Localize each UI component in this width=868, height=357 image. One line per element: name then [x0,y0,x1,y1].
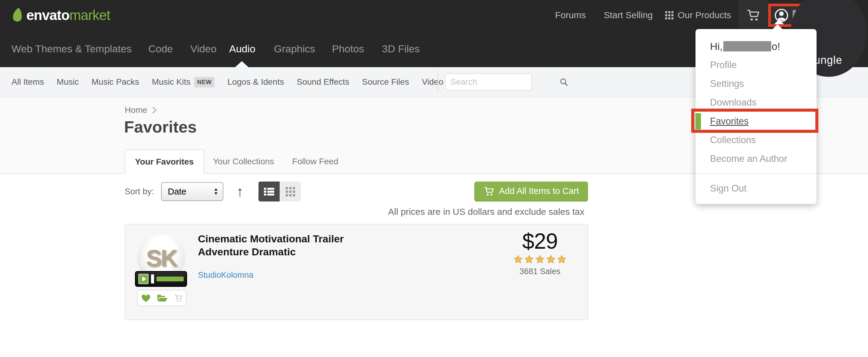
menu-item-sign-out[interactable]: Sign Out [695,179,816,198]
subnav-source-files[interactable]: Source Files [362,77,409,87]
star-rating [498,255,582,264]
greeting: Hi, o! [695,37,816,56]
subnav-music-kits[interactable]: Music Kits NEW [152,77,215,88]
search-input[interactable] [451,77,560,87]
star-icon [535,255,545,264]
sort-by-label: Sort by: [125,187,154,196]
tab-your-favorites[interactable]: Your Favorites [125,150,204,174]
apps-grid-icon [665,11,673,19]
topnav-start-selling[interactable]: Start Selling [604,0,653,30]
add-to-cart-button[interactable] [174,293,183,302]
menu-item-become-an-author[interactable]: Become an Author [695,150,816,168]
add-to-collection-button[interactable] [157,294,168,302]
greeting-prefix: Hi, [710,40,723,52]
tab-follow-feed[interactable]: Follow Feed [283,150,347,174]
cart-icon [746,8,760,22]
search-box [445,73,532,91]
page-title: Favorites [124,118,197,136]
up-down-arrows-icon [214,188,218,195]
nav-code[interactable]: Code [148,30,173,67]
dropdown-panel-caret [772,24,783,29]
logo-envato-text: envato [26,7,69,23]
active-category-caret [235,61,248,67]
list-view-icon [264,188,274,196]
nav-video[interactable]: Video [190,30,216,67]
grid-view-icon [286,187,295,196]
subnav-logos-idents[interactable]: Logos & Idents [227,77,284,87]
subnav-music-kits-label: Music Kits [152,77,191,87]
breadcrumb-home[interactable]: Home [125,105,147,115]
item-author-link[interactable]: StudioKolomna [198,270,253,280]
logo-market-text: market [69,7,110,23]
sort-select-value: Date [168,187,214,197]
grid-view-button[interactable] [280,182,301,201]
item-thumbnail-monogram: SK [146,245,177,272]
add-all-items-label: Add All Items to Cart [499,186,579,196]
item-price: $29 [498,229,582,254]
play-icon [142,277,146,281]
item-sales-count: 3681 Sales [498,267,582,276]
subnav-music-packs[interactable]: Music Packs [91,77,139,87]
star-icon [546,255,555,264]
topnav-our-products[interactable]: Our Products [665,0,731,30]
envato-market-logo[interactable]: envatomarket [11,0,110,30]
dropdown-caret [774,19,784,24]
favorite-heart-button[interactable] [141,294,151,302]
audiojungle-badge-text: ungle [814,54,842,67]
star-icon [514,255,523,264]
item-title-link[interactable]: Cinematic Motivational Trailer Adventure… [198,232,349,258]
tab-your-collections[interactable]: Your Collections [204,150,283,174]
breadcrumb-chevron-icon [152,106,157,114]
subnav-divider [438,71,438,93]
cart-button[interactable] [739,0,768,30]
greeting-suffix: o! [772,40,780,52]
price-column: $29 3681 Sales [498,229,582,276]
cart-icon [483,186,494,197]
item-thumbnail[interactable]: SK [137,234,185,286]
menu-item-profile[interactable]: Profile [695,56,816,74]
add-all-items-to-cart-button[interactable]: Add All Items to Cart [474,182,588,201]
progress-bar[interactable] [156,277,184,281]
scrubber-handle[interactable] [151,274,154,284]
view-toggle [258,182,301,201]
star-icon [557,255,566,264]
nav-3d-files[interactable]: 3D Files [382,30,420,67]
item-action-bar [137,290,186,306]
audio-player-bar [135,271,187,287]
list-view-button[interactable] [258,182,280,201]
favorite-item-card: SK Cinematic Motivational Trailer Advent… [125,224,588,320]
menu-item-collections[interactable]: Collections [695,131,816,150]
subnav-music[interactable]: Music [57,77,79,87]
sort-select[interactable]: Date [161,182,223,201]
tabs: Your Favorites Your Collections Follow F… [125,150,347,174]
envato-leaf-icon [11,7,23,23]
menu-divider [695,173,816,174]
breadcrumb: Home [125,105,157,115]
greeting-name-redaction [723,41,771,52]
top-bar: envatomarket Forums Start Selling Our Pr… [0,0,868,30]
nav-web-themes[interactable]: Web Themes & Templates [11,30,132,67]
list-toolbar: Sort by: Date ↑ Add All Items to Cart [125,182,588,201]
sort-direction-up-button[interactable]: ↑ [234,183,245,201]
topnav-our-products-label: Our Products [678,0,731,30]
favorites-content: Sort by: Date ↑ Add All Items to Cart Al… [125,174,588,320]
topnav-forums[interactable]: Forums [555,0,586,30]
nav-graphics[interactable]: Graphics [274,30,315,67]
search-icon[interactable] [560,78,568,86]
tax-note: All prices are in US dollars and exclude… [125,206,588,217]
annotation-box-favorites [691,108,818,133]
subnav-sound-effects[interactable]: Sound Effects [297,77,349,87]
nav-photos[interactable]: Photos [332,30,364,67]
new-badge: NEW [194,77,215,88]
menu-item-settings[interactable]: Settings [695,74,816,93]
star-icon [525,255,534,264]
play-button[interactable] [138,274,149,284]
subnav-all-items[interactable]: All Items [11,77,44,87]
